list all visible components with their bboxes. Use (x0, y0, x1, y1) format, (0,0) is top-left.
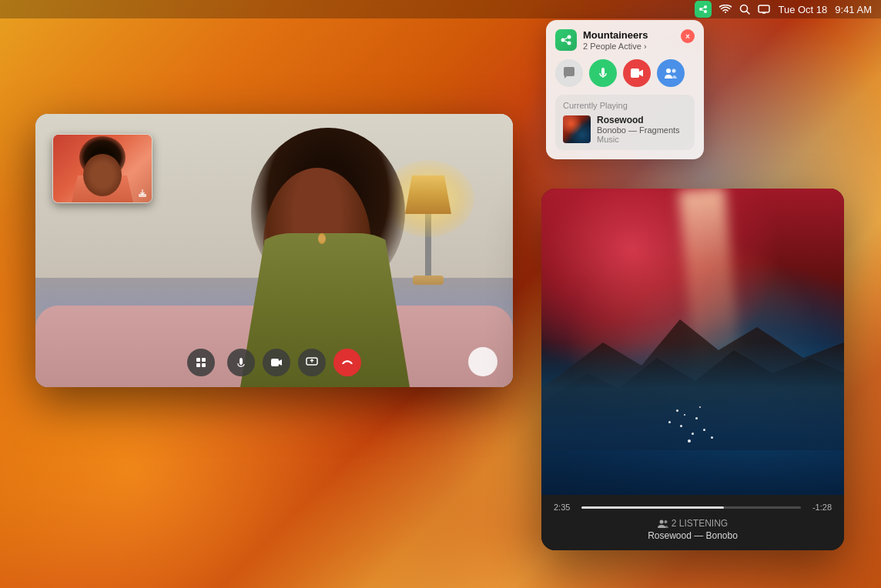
svg-rect-13 (196, 363, 200, 367)
pip-video[interactable] (52, 134, 152, 203)
time-current: 2:35 (554, 503, 575, 512)
progress-track[interactable] (581, 506, 801, 509)
fullscreen-button[interactable] (468, 347, 497, 376)
svg-line-22 (564, 38, 567, 39)
svg-point-28 (659, 520, 663, 524)
notification-buttons (555, 59, 695, 87)
sparkle-1 (680, 425, 682, 427)
pip-face (83, 154, 122, 196)
notification-close-button[interactable]: × (681, 29, 695, 43)
track-type: Music (597, 135, 687, 144)
player-controls: 2:35 -1:28 2 LISTENING Rosewood — Bonob (541, 495, 844, 550)
svg-rect-7 (759, 5, 769, 12)
share-screen-button[interactable] (298, 349, 326, 376)
menubar-time: 9:41 AM (835, 4, 872, 15)
track-artist: Bonobo — Fragments (597, 125, 687, 135)
facetime-video-button[interactable] (623, 59, 651, 87)
earring (318, 233, 326, 244)
group-subtitle: 2 People Active › (583, 42, 648, 52)
water-area (541, 342, 844, 496)
notification-title-area: Mountaineers 2 People Active › (555, 29, 648, 52)
facetime-controls (35, 349, 513, 376)
shareplay-app-icon (555, 29, 577, 51)
svg-line-6 (747, 12, 750, 15)
svg-rect-25 (631, 68, 639, 78)
shareplay-menubar-icon[interactable] (695, 1, 712, 18)
svg-line-4 (702, 10, 704, 11)
group-name: Mountaineers (583, 29, 648, 42)
progress-fill (581, 506, 724, 509)
end-call-button[interactable] (333, 349, 361, 376)
svg-rect-17 (271, 359, 279, 366)
video-button[interactable] (263, 349, 290, 376)
sparkle-2 (692, 433, 694, 435)
listening-info: 2 LISTENING Rosewood — Bonobo (554, 518, 832, 541)
mic-button[interactable] (589, 59, 617, 87)
svg-point-29 (664, 520, 667, 523)
sparkle-5 (711, 436, 713, 439)
svg-point-21 (568, 42, 571, 45)
sparkle-7 (676, 409, 678, 412)
wifi-icon[interactable] (719, 5, 732, 14)
music-player: 2:35 -1:28 2 LISTENING Rosewood — Bonob (541, 189, 844, 550)
time-remaining: -1:28 (807, 503, 832, 512)
svg-line-3 (702, 8, 704, 8)
sparkle-6 (668, 421, 671, 423)
svg-point-2 (704, 10, 707, 13)
sparkle-8 (688, 439, 691, 443)
sparkle-9 (684, 414, 685, 416)
svg-point-20 (568, 35, 571, 39)
search-menubar-icon[interactable] (739, 4, 750, 15)
shareplay-notification: Mountaineers 2 People Active › × (546, 20, 704, 159)
shareplay-people-button[interactable] (657, 59, 685, 87)
desktop: Tue Oct 18 9:41 AM (0, 0, 881, 588)
track-details: Rosewood Bonobo — Fragments Music (597, 115, 687, 144)
screenshare-menubar-icon[interactable] (758, 5, 770, 14)
sparkle-3 (695, 417, 698, 419)
sparkle-10 (699, 406, 701, 408)
svg-point-27 (672, 68, 676, 72)
svg-point-0 (699, 8, 702, 11)
mute-button[interactable] (227, 349, 255, 376)
svg-point-19 (561, 38, 565, 42)
listening-count: 2 LISTENING (658, 518, 728, 529)
pip-save-icon[interactable] (136, 187, 149, 199)
progress-bar-area: 2:35 -1:28 (554, 503, 832, 512)
album-art-large (541, 189, 844, 496)
menubar-date: Tue Oct 18 (778, 4, 827, 15)
currently-playing-section: Currently Playing Rosewood Bonobo — Frag… (555, 95, 695, 150)
svg-rect-11 (196, 358, 200, 362)
menubar: Tue Oct 18 9:41 AM (0, 0, 881, 18)
currently-playing-label: Currently Playing (563, 101, 687, 110)
album-art-small (563, 115, 591, 143)
facetime-window (35, 114, 513, 387)
track-name: Rosewood (597, 115, 687, 125)
album-art-inner (563, 115, 591, 143)
sparkle-4 (703, 429, 705, 431)
notification-titles: Mountaineers 2 People Active › (583, 29, 648, 52)
now-playing-track: Rosewood — Bonobo (648, 530, 738, 541)
svg-rect-12 (202, 358, 206, 362)
grid-button[interactable] (187, 349, 215, 376)
svg-rect-14 (202, 363, 206, 367)
message-button[interactable] (555, 59, 583, 87)
svg-point-1 (704, 5, 707, 8)
notification-header: Mountaineers 2 People Active › × (555, 29, 695, 52)
track-info: Rosewood Bonobo — Fragments Music (563, 115, 687, 144)
pip-video-bg (53, 135, 152, 202)
svg-line-23 (564, 41, 567, 42)
svg-point-26 (666, 68, 671, 73)
